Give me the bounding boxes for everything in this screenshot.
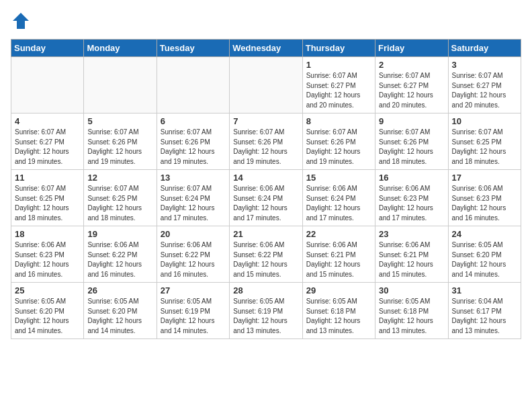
day-number: 19 xyxy=(87,229,152,239)
day-number: 9 xyxy=(379,116,444,126)
day-number: 5 xyxy=(87,116,152,126)
logo xyxy=(11,11,32,31)
week-row-4: 18Sunrise: 6:06 AM Sunset: 6:23 PM Dayli… xyxy=(11,226,521,283)
day-info: Sunrise: 6:06 AM Sunset: 6:21 PM Dayligh… xyxy=(306,240,371,279)
calendar-cell: 22Sunrise: 6:06 AM Sunset: 6:21 PM Dayli… xyxy=(302,226,375,283)
col-header-thursday: Thursday xyxy=(302,40,375,57)
calendar-cell: 9Sunrise: 6:07 AM Sunset: 6:26 PM Daylig… xyxy=(375,113,448,170)
calendar-cell: 4Sunrise: 6:07 AM Sunset: 6:27 PM Daylig… xyxy=(11,113,84,170)
day-info: Sunrise: 6:07 AM Sunset: 6:27 PM Dayligh… xyxy=(379,71,444,110)
calendar-cell: 2Sunrise: 6:07 AM Sunset: 6:27 PM Daylig… xyxy=(375,57,448,113)
calendar-table: SundayMondayTuesdayWednesdayThursdayFrid… xyxy=(11,39,521,339)
day-info: Sunrise: 6:05 AM Sunset: 6:20 PM Dayligh… xyxy=(15,297,80,336)
calendar-cell: 16Sunrise: 6:06 AM Sunset: 6:23 PM Dayli… xyxy=(375,170,448,226)
day-info: Sunrise: 6:07 AM Sunset: 6:27 PM Dayligh… xyxy=(15,128,80,167)
calendar-cell: 14Sunrise: 6:06 AM Sunset: 6:24 PM Dayli… xyxy=(230,170,302,226)
calendar-cell xyxy=(84,57,157,113)
col-header-wednesday: Wednesday xyxy=(230,40,302,57)
calendar-cell: 8Sunrise: 6:07 AM Sunset: 6:26 PM Daylig… xyxy=(302,113,375,170)
day-info: Sunrise: 6:06 AM Sunset: 6:22 PM Dayligh… xyxy=(233,240,298,279)
day-info: Sunrise: 6:07 AM Sunset: 6:26 PM Dayligh… xyxy=(87,128,152,167)
day-info: Sunrise: 6:05 AM Sunset: 6:19 PM Dayligh… xyxy=(161,297,226,336)
day-info: Sunrise: 6:07 AM Sunset: 6:25 PM Dayligh… xyxy=(15,184,80,223)
day-number: 23 xyxy=(379,229,444,239)
calendar-cell: 15Sunrise: 6:06 AM Sunset: 6:24 PM Dayli… xyxy=(302,170,375,226)
day-number: 17 xyxy=(452,173,517,183)
col-header-saturday: Saturday xyxy=(448,40,521,57)
col-header-friday: Friday xyxy=(375,40,448,57)
calendar-header-row: SundayMondayTuesdayWednesdayThursdayFrid… xyxy=(11,40,521,57)
col-header-tuesday: Tuesday xyxy=(157,40,229,57)
day-info: Sunrise: 6:07 AM Sunset: 6:25 PM Dayligh… xyxy=(87,184,152,223)
day-info: Sunrise: 6:05 AM Sunset: 6:19 PM Dayligh… xyxy=(233,297,298,336)
calendar-cell: 25Sunrise: 6:05 AM Sunset: 6:20 PM Dayli… xyxy=(11,283,84,339)
calendar-cell: 5Sunrise: 6:07 AM Sunset: 6:26 PM Daylig… xyxy=(84,113,157,170)
page-header xyxy=(11,11,521,31)
day-number: 29 xyxy=(306,285,371,295)
day-info: Sunrise: 6:06 AM Sunset: 6:22 PM Dayligh… xyxy=(87,240,152,279)
calendar-cell xyxy=(11,57,84,113)
calendar-cell: 10Sunrise: 6:07 AM Sunset: 6:25 PM Dayli… xyxy=(448,113,521,170)
calendar-cell: 21Sunrise: 6:06 AM Sunset: 6:22 PM Dayli… xyxy=(230,226,302,283)
day-info: Sunrise: 6:06 AM Sunset: 6:23 PM Dayligh… xyxy=(379,184,444,223)
week-row-5: 25Sunrise: 6:05 AM Sunset: 6:20 PM Dayli… xyxy=(11,283,521,339)
day-info: Sunrise: 6:06 AM Sunset: 6:21 PM Dayligh… xyxy=(379,240,444,279)
day-info: Sunrise: 6:07 AM Sunset: 6:27 PM Dayligh… xyxy=(306,71,371,110)
calendar-cell: 18Sunrise: 6:06 AM Sunset: 6:23 PM Dayli… xyxy=(11,226,84,283)
day-number: 28 xyxy=(233,285,298,295)
day-number: 20 xyxy=(161,229,226,239)
day-info: Sunrise: 6:07 AM Sunset: 6:26 PM Dayligh… xyxy=(306,128,371,167)
calendar-cell xyxy=(230,57,302,113)
svg-marker-0 xyxy=(13,13,29,29)
day-number: 11 xyxy=(15,173,80,183)
calendar-cell: 31Sunrise: 6:04 AM Sunset: 6:17 PM Dayli… xyxy=(448,283,521,339)
day-info: Sunrise: 6:05 AM Sunset: 6:20 PM Dayligh… xyxy=(452,240,517,279)
day-number: 13 xyxy=(161,173,226,183)
day-number: 12 xyxy=(87,173,152,183)
col-header-sunday: Sunday xyxy=(11,40,84,57)
day-info: Sunrise: 6:07 AM Sunset: 6:24 PM Dayligh… xyxy=(161,184,226,223)
day-info: Sunrise: 6:07 AM Sunset: 6:26 PM Dayligh… xyxy=(233,128,298,167)
week-row-2: 4Sunrise: 6:07 AM Sunset: 6:27 PM Daylig… xyxy=(11,113,521,170)
day-info: Sunrise: 6:07 AM Sunset: 6:26 PM Dayligh… xyxy=(161,128,226,167)
calendar-cell: 27Sunrise: 6:05 AM Sunset: 6:19 PM Dayli… xyxy=(157,283,229,339)
day-info: Sunrise: 6:05 AM Sunset: 6:18 PM Dayligh… xyxy=(306,297,371,336)
day-number: 15 xyxy=(306,173,371,183)
day-info: Sunrise: 6:05 AM Sunset: 6:20 PM Dayligh… xyxy=(87,297,152,336)
calendar-cell: 11Sunrise: 6:07 AM Sunset: 6:25 PM Dayli… xyxy=(11,170,84,226)
day-number: 26 xyxy=(87,285,152,295)
day-info: Sunrise: 6:06 AM Sunset: 6:22 PM Dayligh… xyxy=(161,240,226,279)
day-info: Sunrise: 6:07 AM Sunset: 6:25 PM Dayligh… xyxy=(452,128,517,167)
week-row-3: 11Sunrise: 6:07 AM Sunset: 6:25 PM Dayli… xyxy=(11,170,521,226)
calendar-cell: 13Sunrise: 6:07 AM Sunset: 6:24 PM Dayli… xyxy=(157,170,229,226)
day-info: Sunrise: 6:06 AM Sunset: 6:23 PM Dayligh… xyxy=(15,240,80,279)
day-number: 25 xyxy=(15,285,80,295)
calendar-cell xyxy=(157,57,229,113)
calendar-cell: 17Sunrise: 6:06 AM Sunset: 6:23 PM Dayli… xyxy=(448,170,521,226)
day-number: 7 xyxy=(233,116,298,126)
calendar-cell: 28Sunrise: 6:05 AM Sunset: 6:19 PM Dayli… xyxy=(230,283,302,339)
day-info: Sunrise: 6:05 AM Sunset: 6:18 PM Dayligh… xyxy=(379,297,444,336)
calendar-cell: 24Sunrise: 6:05 AM Sunset: 6:20 PM Dayli… xyxy=(448,226,521,283)
week-row-1: 1Sunrise: 6:07 AM Sunset: 6:27 PM Daylig… xyxy=(11,57,521,113)
calendar-cell: 20Sunrise: 6:06 AM Sunset: 6:22 PM Dayli… xyxy=(157,226,229,283)
day-number: 3 xyxy=(452,60,517,70)
calendar-cell: 30Sunrise: 6:05 AM Sunset: 6:18 PM Dayli… xyxy=(375,283,448,339)
day-number: 10 xyxy=(452,116,517,126)
day-info: Sunrise: 6:07 AM Sunset: 6:26 PM Dayligh… xyxy=(379,128,444,167)
calendar-cell: 26Sunrise: 6:05 AM Sunset: 6:20 PM Dayli… xyxy=(84,283,157,339)
day-number: 4 xyxy=(15,116,80,126)
calendar-cell: 12Sunrise: 6:07 AM Sunset: 6:25 PM Dayli… xyxy=(84,170,157,226)
calendar-cell: 23Sunrise: 6:06 AM Sunset: 6:21 PM Dayli… xyxy=(375,226,448,283)
calendar-cell: 29Sunrise: 6:05 AM Sunset: 6:18 PM Dayli… xyxy=(302,283,375,339)
day-number: 8 xyxy=(306,116,371,126)
day-info: Sunrise: 6:06 AM Sunset: 6:24 PM Dayligh… xyxy=(306,184,371,223)
day-number: 31 xyxy=(452,285,517,295)
day-number: 2 xyxy=(379,60,444,70)
day-info: Sunrise: 6:06 AM Sunset: 6:23 PM Dayligh… xyxy=(452,184,517,223)
logo-icon xyxy=(11,11,31,31)
day-number: 16 xyxy=(379,173,444,183)
calendar-cell: 19Sunrise: 6:06 AM Sunset: 6:22 PM Dayli… xyxy=(84,226,157,283)
day-info: Sunrise: 6:04 AM Sunset: 6:17 PM Dayligh… xyxy=(452,297,517,336)
day-number: 14 xyxy=(233,173,298,183)
